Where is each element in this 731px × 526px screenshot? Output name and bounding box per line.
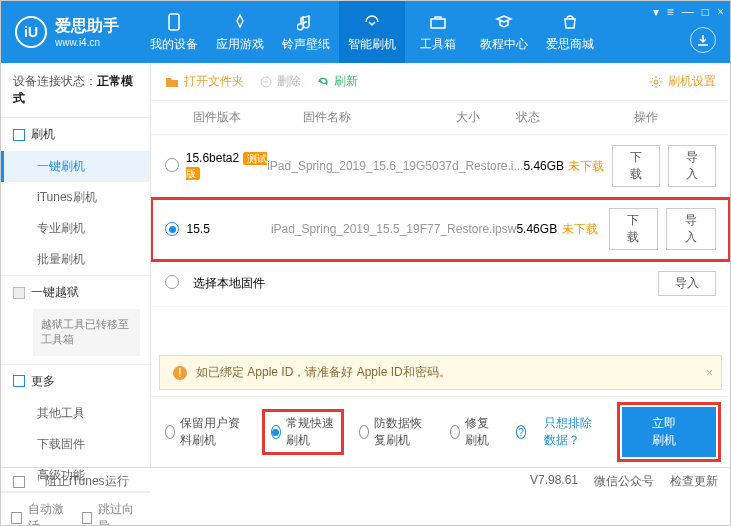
sidebar-item-other[interactable]: 其他工具	[1, 398, 150, 429]
mode-normal[interactable]: 常规快速刷机	[265, 412, 342, 452]
table-header: 固件版本 固件名称 大小 状态 操作	[151, 101, 730, 135]
close-banner-icon[interactable]: ×	[706, 366, 713, 380]
window-controls: ▾ ≡ — □ ×	[653, 5, 724, 19]
refresh-icon	[317, 76, 329, 88]
check-update-link[interactable]: 检查更新	[670, 473, 718, 490]
delete-icon	[260, 76, 272, 88]
start-flash-button[interactable]: 立即刷机	[622, 407, 716, 457]
square-icon	[13, 375, 25, 387]
maximize-icon[interactable]: □	[702, 5, 709, 19]
sidebar-group-flash[interactable]: 刷机	[1, 118, 150, 151]
app-url: www.i4.cn	[55, 37, 119, 48]
sidebar-group-more[interactable]: 更多	[1, 365, 150, 398]
connection-status: 设备连接状态：正常模式	[1, 63, 150, 118]
svg-text:!: !	[178, 366, 181, 380]
menu-icon[interactable]: ≡	[667, 5, 674, 19]
delete-button[interactable]: 删除	[260, 73, 301, 90]
nav-apps[interactable]: 应用游戏	[207, 1, 273, 63]
auto-activate-row: 自动激活 跳过向导	[1, 492, 150, 526]
folder-icon	[165, 75, 179, 89]
sidebar-item-batch[interactable]: 批量刷机	[1, 244, 150, 275]
flash-settings-button[interactable]: 刷机设置	[649, 73, 716, 90]
warning-icon: !	[172, 365, 188, 381]
download-manager-icon[interactable]	[690, 27, 716, 53]
nav-store[interactable]: 爱思商城	[537, 1, 603, 63]
download-button[interactable]: 下载	[609, 208, 659, 250]
block-itunes-checkbox[interactable]	[13, 476, 25, 488]
sidebar-item-download[interactable]: 下载固件	[1, 429, 150, 460]
skip-guide-checkbox[interactable]	[82, 512, 93, 524]
square-icon	[13, 287, 25, 299]
app-header: iU 爱思助手 www.i4.cn 我的设备 应用游戏 铃声壁纸 智能刷机 工具…	[1, 1, 730, 63]
svg-rect-0	[169, 14, 179, 30]
nav-toolbox[interactable]: 工具箱	[405, 1, 471, 63]
sidebar-item-itunes[interactable]: iTunes刷机	[1, 182, 150, 213]
firmware-row-local[interactable]: 选择本地固件 导入	[151, 261, 730, 307]
open-folder-button[interactable]: 打开文件夹	[165, 73, 244, 90]
wechat-link[interactable]: 微信公众号	[594, 473, 654, 490]
nav-tutorials[interactable]: 教程中心	[471, 1, 537, 63]
svg-rect-1	[431, 19, 445, 28]
flash-mode-row: 保留用户资料刷机 常规快速刷机 防数据恢复刷机 修复刷机 ? 只想排除数据？ 立…	[151, 396, 730, 467]
nav-my-device[interactable]: 我的设备	[141, 1, 207, 63]
sidebar: 设备连接状态：正常模式 刷机 一键刷机 iTunes刷机 专业刷机 批量刷机 一…	[1, 63, 151, 467]
radio-button[interactable]	[165, 158, 179, 172]
close-icon[interactable]: ×	[717, 5, 724, 19]
square-icon	[13, 129, 25, 141]
auto-activate-checkbox[interactable]	[11, 512, 22, 524]
import-button[interactable]: 导入	[668, 145, 716, 187]
appleid-warning: ! 如已绑定 Apple ID，请准备好 Apple ID和密码。 ×	[159, 355, 722, 390]
logo: iU 爱思助手 www.i4.cn	[1, 16, 133, 48]
mode-anti-recovery[interactable]: 防数据恢复刷机	[359, 415, 432, 449]
import-button[interactable]: 导入	[666, 208, 716, 250]
download-button[interactable]: 下载	[612, 145, 660, 187]
nav-ringtones[interactable]: 铃声壁纸	[273, 1, 339, 63]
sidebar-item-oneclick[interactable]: 一键刷机	[1, 151, 150, 182]
firmware-row-selected[interactable]: 15.5 iPad_Spring_2019_15.5_19F77_Restore…	[151, 198, 730, 261]
erase-data-link[interactable]: 只想排除数据？	[544, 415, 604, 449]
mode-repair[interactable]: 修复刷机	[450, 415, 498, 449]
sidebar-item-pro[interactable]: 专业刷机	[1, 213, 150, 244]
mode-keep-data[interactable]: 保留用户资料刷机	[165, 415, 247, 449]
version-label: V7.98.61	[530, 473, 578, 490]
minimize-icon[interactable]: —	[682, 5, 694, 19]
radio-button[interactable]	[165, 275, 179, 289]
radio-button[interactable]	[165, 222, 179, 236]
toolbar: 打开文件夹 删除 刷新 刷机设置	[151, 63, 730, 101]
svg-point-4	[654, 80, 658, 84]
import-button[interactable]: 导入	[658, 271, 716, 296]
sidebar-group-jailbreak[interactable]: 一键越狱	[1, 276, 150, 309]
skin-icon[interactable]: ▾	[653, 5, 659, 19]
firmware-row[interactable]: 15.6beta2测试版 iPad_Spring_2019_15.6_19G50…	[151, 135, 730, 198]
app-name: 爱思助手	[55, 16, 119, 37]
refresh-button[interactable]: 刷新	[317, 73, 358, 90]
main-nav: 我的设备 应用游戏 铃声壁纸 智能刷机 工具箱 教程中心 爱思商城	[141, 1, 603, 63]
migrate-notice: 越狱工具已转移至工具箱	[33, 309, 140, 356]
logo-icon: iU	[15, 16, 47, 48]
main-content: 打开文件夹 删除 刷新 刷机设置 固件版本 固件名称 大小 状态 操作 15.6…	[151, 63, 730, 467]
nav-flash[interactable]: 智能刷机	[339, 1, 405, 63]
help-icon[interactable]: ?	[516, 425, 527, 439]
gear-icon	[649, 75, 663, 89]
